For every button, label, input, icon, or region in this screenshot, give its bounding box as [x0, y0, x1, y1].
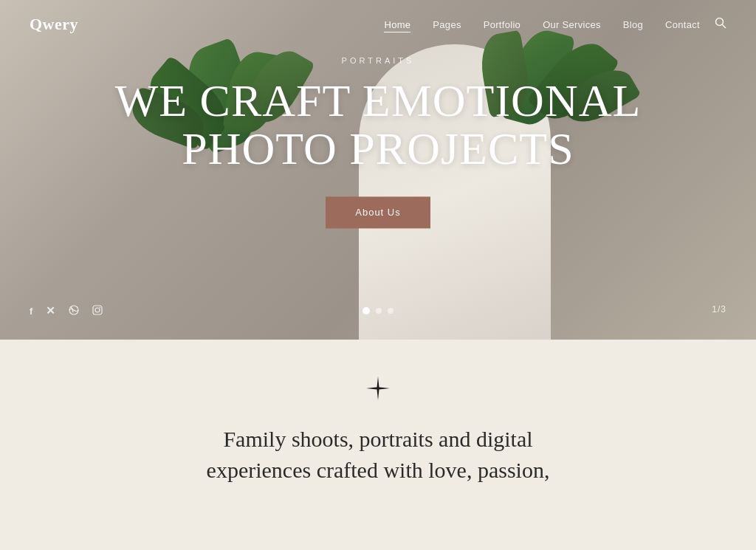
nav-item-blog[interactable]: Blog: [623, 18, 643, 31]
slide-dot-3[interactable]: [388, 308, 394, 314]
about-us-button[interactable]: About Us: [326, 197, 430, 229]
hero-subtitle: PORTRAITS: [30, 57, 726, 66]
slide-indicators: [362, 307, 394, 314]
hero-title-line2: PHOTO PROJECTS: [182, 124, 574, 174]
nav-item-portfolio[interactable]: Portfolio: [484, 18, 520, 31]
svg-point-5: [100, 306, 101, 308]
site-logo[interactable]: Qwery: [30, 15, 384, 34]
slide-counter: 1/3: [712, 304, 726, 314]
twitter-icon[interactable]: ✕: [46, 304, 55, 317]
facebook-icon[interactable]: f: [30, 306, 32, 317]
navbar: Qwery Home Pages Portfolio Our Services …: [0, 0, 756, 49]
slide-dot-2[interactable]: [376, 308, 382, 314]
instagram-icon[interactable]: [92, 305, 103, 317]
nav-links: Home Pages Portfolio Our Services Blog C…: [384, 18, 700, 31]
tagline: Family shoots, portraits and digital exp…: [171, 424, 585, 486]
hero-section: Qwery Home Pages Portfolio Our Services …: [0, 0, 756, 340]
svg-rect-3: [93, 306, 102, 314]
svg-point-0: [716, 18, 724, 26]
svg-point-4: [95, 308, 100, 312]
nav-item-services[interactable]: Our Services: [543, 18, 601, 31]
nav-item-pages[interactable]: Pages: [433, 18, 461, 31]
nav-item-contact[interactable]: Contact: [665, 18, 700, 31]
hero-title-line1: WE CRAFT EMOTIONAL: [115, 76, 642, 126]
lower-section: Family shoots, portraits and digital exp…: [0, 340, 756, 550]
svg-line-1: [723, 25, 726, 29]
hero-content: PORTRAITS WE CRAFT EMOTIONAL PHOTO PROJE…: [0, 57, 756, 229]
hero-title: WE CRAFT EMOTIONAL PHOTO PROJECTS: [30, 78, 726, 173]
dribbble-icon[interactable]: [69, 305, 79, 317]
social-icons: f ✕: [30, 304, 103, 317]
decorative-star: [366, 377, 390, 424]
search-icon[interactable]: [715, 17, 726, 32]
nav-item-home[interactable]: Home: [384, 18, 410, 31]
slide-dot-1[interactable]: [362, 307, 370, 314]
